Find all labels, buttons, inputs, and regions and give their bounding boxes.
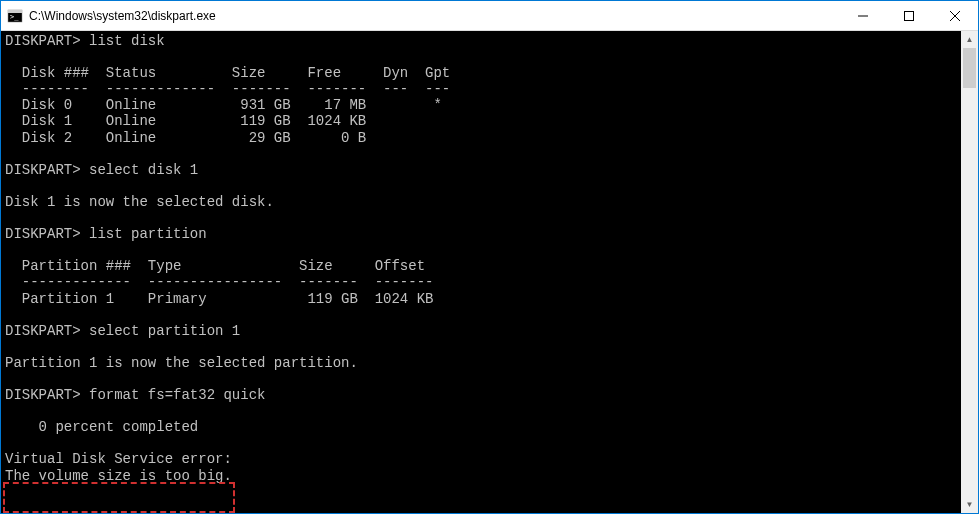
output-line: DISKPART> select partition 1 [5,323,240,339]
titlebar[interactable]: >_ C:\Windows\system32\diskpart.exe [1,1,978,31]
output-line: The volume size is too big. [5,468,232,484]
output-line: Partition 1 is now the selected partitio… [5,355,358,371]
scroll-up-icon[interactable]: ▲ [961,31,978,48]
scroll-track[interactable] [961,48,978,496]
output-line: Disk 2 Online 29 GB 0 B [5,130,366,146]
cmd-icon: >_ [7,8,23,24]
output-line: Disk 1 Online 119 GB 1024 KB [5,113,366,129]
svg-rect-4 [905,11,914,20]
close-button[interactable] [932,1,978,30]
output-line: Disk 0 Online 931 GB 17 MB * [5,97,442,113]
output-line: Partition 1 Primary 119 GB 1024 KB [5,291,433,307]
scrollbar[interactable]: ▲ ▼ [961,31,978,513]
diskpart-window: >_ C:\Windows\system32\diskpart.exe DISK… [0,0,979,514]
minimize-button[interactable] [840,1,886,30]
output-line: Virtual Disk Service error: [5,451,232,467]
output-line: -------- ------------- ------- ------- -… [5,81,450,97]
output-line: Disk 1 is now the selected disk. [5,194,274,210]
window-title: C:\Windows\system32\diskpart.exe [29,9,840,23]
scroll-down-icon[interactable]: ▼ [961,496,978,513]
output-line: Disk ### Status Size Free Dyn Gpt [5,65,450,81]
window-controls [840,1,978,30]
scroll-thumb[interactable] [963,48,976,88]
console-area: DISKPART> list disk Disk ### Status Size… [1,31,978,513]
output-line: DISKPART> select disk 1 [5,162,198,178]
output-line: Partition ### Type Size Offset [5,258,425,274]
output-line: DISKPART> list partition [5,226,207,242]
output-line: DISKPART> format fs=fat32 quick [5,387,265,403]
output-line: ------------- ---------------- ------- -… [5,274,433,290]
svg-text:>_: >_ [10,13,19,21]
maximize-button[interactable] [886,1,932,30]
console-output[interactable]: DISKPART> list disk Disk ### Status Size… [1,31,961,513]
output-line: DISKPART> list disk [5,33,165,49]
output-line: 0 percent completed [5,419,198,435]
